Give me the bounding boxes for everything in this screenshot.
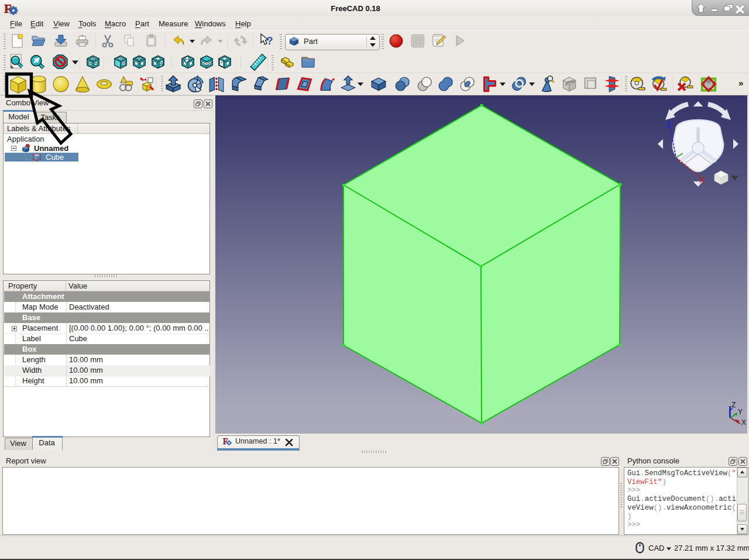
svg-text:Y: Y <box>738 408 743 416</box>
svg-text:X: X <box>699 176 705 185</box>
svg-text:Z: Z <box>731 401 736 409</box>
svg-text:»: » <box>738 78 743 88</box>
svg-text:X: X <box>741 418 746 427</box>
svg-text:?: ? <box>266 35 273 47</box>
svg-text:Z: Z <box>666 120 671 129</box>
svg-text:F: F <box>223 437 228 446</box>
